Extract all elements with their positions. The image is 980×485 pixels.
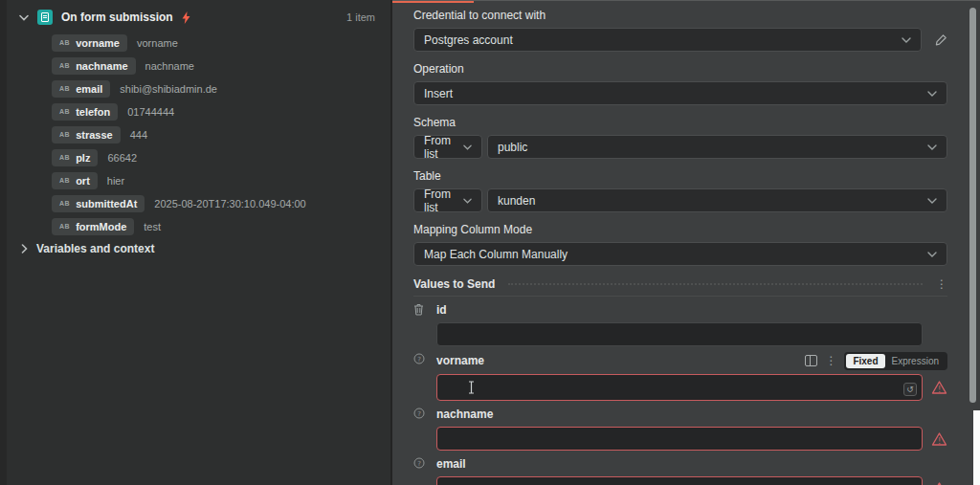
values-to-send-header: Values to Send ⋮ — [413, 276, 947, 297]
schema-row-nachname: ABnachname nachname — [52, 57, 390, 74]
email-input[interactable] — [436, 476, 923, 485]
field-pill[interactable]: ABnachname — [52, 57, 136, 75]
string-type-icon: AB — [59, 62, 70, 69]
field-label-nachname: nachname — [436, 408, 493, 421]
field-pill[interactable]: ABvorname — [52, 34, 127, 52]
chevron-down-icon — [927, 252, 937, 257]
field-label-email: email — [436, 457, 466, 471]
field-label-id: id — [436, 303, 447, 317]
field-pill[interactable]: ABsubmittedAt — [52, 195, 145, 212]
field-value: vorname — [137, 37, 178, 49]
nachname-input[interactable] — [436, 427, 923, 451]
field-value: 444 — [130, 129, 147, 141]
string-type-icon: AB — [59, 39, 70, 46]
columns-panel-icon[interactable] — [805, 355, 817, 366]
operation-label: Operation — [413, 62, 947, 76]
schema-row-ort: ABort hier — [52, 172, 390, 188]
field-options-icon[interactable]: ⋮ — [825, 355, 836, 366]
node-parameters-panel: Credential to connect with Postgres acco… — [392, 0, 980, 485]
help-circle-icon: ? — [413, 408, 425, 419]
schema-mode-select[interactable]: From list — [413, 135, 482, 159]
schema-row-telefon: ABtelefon 01744444 — [52, 103, 390, 120]
reset-value-icon[interactable]: ↺ — [903, 383, 917, 396]
schema-row-plz: ABplz 66642 — [52, 149, 390, 165]
credential-value: Postgres account — [424, 33, 513, 47]
pencil-icon — [935, 33, 947, 46]
scrollbar-thumb[interactable] — [969, 8, 976, 403]
schema-label: Schema — [413, 116, 947, 129]
input-node-header[interactable]: On form submission 1 item — [0, 0, 390, 34]
field-pill[interactable]: ABstrasse — [52, 126, 121, 143]
svg-text:!: ! — [938, 436, 941, 445]
warning-triangle-icon: ! — [931, 380, 947, 395]
field-name: nachname — [76, 60, 127, 72]
table-mode-value: From list — [424, 187, 457, 214]
scrollbar-track-bottom — [973, 410, 980, 485]
field-name: plz — [76, 152, 90, 164]
id-input[interactable] — [436, 322, 923, 346]
lightning-bolt-icon — [182, 11, 190, 24]
field-name: ort — [76, 175, 90, 187]
fixed-expression-toggle: Fixed Expression — [844, 352, 947, 370]
credential-select[interactable]: Postgres account — [413, 28, 922, 52]
vorname-input[interactable] — [436, 374, 923, 401]
credential-label: Credential to connect with — [413, 9, 947, 22]
table-value-select[interactable]: kunden — [487, 188, 947, 212]
schema-row-formMode: ABformMode test — [52, 218, 390, 234]
variables-and-context-toggle[interactable]: Variables and context — [21, 242, 390, 255]
variables-label: Variables and context — [36, 242, 154, 255]
schema-value: public — [498, 141, 527, 154]
string-type-icon: AB — [59, 177, 70, 184]
chevron-down-icon[interactable] — [19, 14, 29, 21]
field-pill[interactable]: ABformMode — [52, 218, 134, 235]
credential-group: Credential to connect with Postgres acco… — [413, 9, 947, 52]
field-name: strasse — [76, 129, 113, 141]
field-value: test — [144, 221, 161, 232]
fixed-tab[interactable]: Fixed — [846, 354, 884, 368]
warning-triangle-icon: ! — [931, 431, 947, 447]
field-value: 01744444 — [127, 106, 174, 118]
mapping-mode-value: Map Each Column Manually — [424, 248, 568, 261]
dotted-divider — [508, 283, 923, 285]
input-data-panel: On form submission 1 item ABvorname vorn… — [0, 0, 392, 485]
string-type-icon: AB — [59, 223, 70, 230]
schema-group: Schema From list public — [413, 116, 947, 159]
values-to-send-title: Values to Send — [413, 277, 495, 291]
field-value: nachname — [145, 60, 194, 72]
table-group: Table From list kunden — [413, 169, 947, 212]
text-cursor — [467, 381, 476, 394]
svg-text:?: ? — [417, 410, 421, 418]
mapping-mode-select[interactable]: Map Each Column Manually — [413, 242, 947, 266]
operation-group: Operation Insert — [413, 62, 947, 105]
input-node-title[interactable]: On form submission — [61, 11, 173, 24]
help-circle-icon: ? — [413, 353, 425, 364]
field-pill[interactable]: ABtelefon — [52, 103, 118, 121]
trash-icon[interactable] — [413, 303, 424, 316]
table-label: Table — [413, 169, 947, 183]
svg-text:?: ? — [417, 460, 421, 468]
form-trigger-node-icon — [37, 10, 53, 25]
schema-mode-value: From list — [424, 134, 457, 161]
edit-credential-button[interactable] — [935, 33, 947, 46]
schema-row-vorname: ABvorname vorname — [52, 34, 390, 51]
value-field-id: id — [413, 302, 947, 346]
field-pill[interactable]: ABort — [52, 172, 98, 189]
schema-value-select[interactable]: public — [487, 135, 947, 159]
field-value: 2025-08-20T17:30:10.049-04:00 — [154, 198, 305, 209]
field-pill[interactable]: ABplz — [52, 149, 98, 166]
chevron-down-icon — [927, 198, 937, 204]
table-mode-select[interactable]: From list — [413, 188, 482, 212]
chevron-down-icon — [463, 144, 472, 150]
string-type-icon: AB — [59, 108, 70, 115]
help-circle-icon: ? — [413, 457, 425, 469]
expression-tab[interactable]: Expression — [885, 354, 946, 368]
operation-select[interactable]: Insert — [413, 81, 947, 105]
items-count: 1 item — [346, 11, 375, 23]
value-field-email: ? email ! — [413, 456, 947, 485]
mapping-mode-label: Mapping Column Mode — [413, 223, 947, 236]
warning-triangle-icon: ! — [931, 481, 947, 485]
options-menu-icon[interactable]: ⋮ — [936, 278, 947, 290]
field-name: submittedAt — [76, 198, 137, 209]
field-pill[interactable]: ABemail — [52, 80, 110, 98]
field-value: shibi@shibiadmin.de — [120, 83, 217, 95]
